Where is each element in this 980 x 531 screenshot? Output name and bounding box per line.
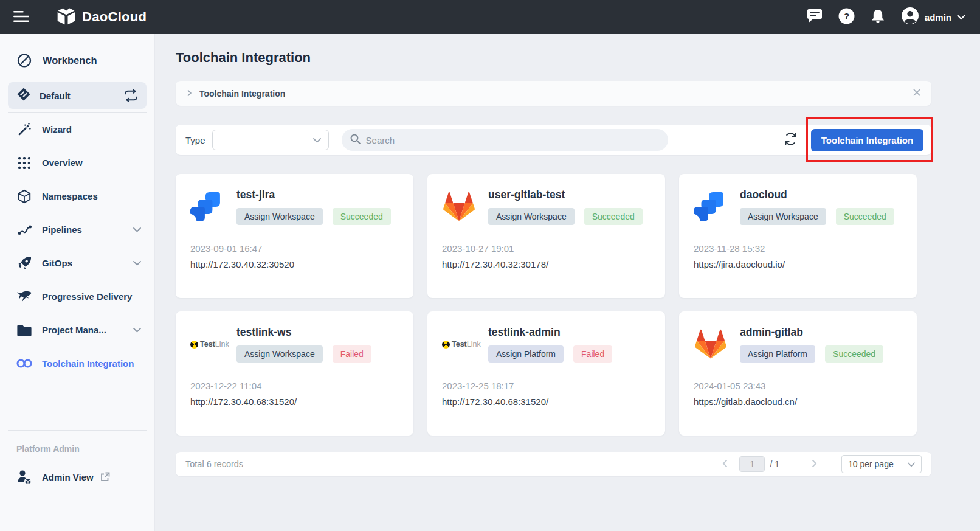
close-icon xyxy=(913,88,921,99)
user-menu[interactable]: admin xyxy=(901,7,965,27)
messages-button[interactable] xyxy=(807,9,823,26)
card-header: TestLink testlink-admin Assign Platform … xyxy=(442,326,650,363)
pager: / 1 10 per page xyxy=(719,455,922,473)
sidebar-item-gitops[interactable]: GitOps xyxy=(0,246,154,280)
message-icon xyxy=(807,9,823,26)
per-page-select[interactable]: 10 per page xyxy=(841,455,922,473)
gitlab-logo-icon xyxy=(694,328,733,360)
svg-text:?: ? xyxy=(844,11,849,21)
sidebar-item-namespaces[interactable]: Namespaces xyxy=(0,179,154,213)
scope-badge: Assign Workspace xyxy=(740,208,826,225)
sidebar-item-pipelines[interactable]: Pipelines xyxy=(0,213,154,246)
toolchain-card[interactable]: TestLink testlink-admin Assign Platform … xyxy=(427,311,665,436)
sidebar-item-label: Namespaces xyxy=(42,191,98,201)
brand-name: DaoCloud xyxy=(82,9,147,25)
switch-workspace-icon[interactable] xyxy=(124,89,138,102)
chevron-right-icon xyxy=(810,459,818,470)
type-select[interactable] xyxy=(212,130,329,150)
chevron-left-icon xyxy=(721,459,730,470)
page-total-label: / 1 xyxy=(770,459,779,469)
workspace-selector[interactable]: Default xyxy=(8,82,147,109)
platform-admin-section-label: Platform Admin xyxy=(0,431,154,454)
username-label: admin xyxy=(925,12,951,23)
pipeline-icon xyxy=(16,223,32,237)
scope-badge: Assign Platform xyxy=(488,345,564,363)
close-breadcrumb-button[interactable] xyxy=(913,88,921,99)
toolchain-card[interactable]: TestLink testlink-ws Assign Workspace Fa… xyxy=(176,311,413,436)
chevron-down-icon xyxy=(133,261,141,266)
page-number-input[interactable] xyxy=(739,456,765,472)
testlink-ball-icon xyxy=(442,341,450,349)
scope-badge: Assign Workspace xyxy=(236,345,323,363)
hamburger-icon xyxy=(13,10,29,24)
jira-logo-icon xyxy=(190,192,229,221)
card-url: http://172.30.40.32:30178/ xyxy=(442,259,650,269)
status-badge: Failed xyxy=(573,345,612,363)
toolchain-card[interactable]: test-jira Assign Workspace Succeeded 202… xyxy=(176,174,413,298)
chevron-right-icon xyxy=(186,88,193,99)
toolchain-integration-button[interactable]: Toolchain Integration xyxy=(811,129,923,151)
toolchain-card[interactable]: daocloud Assign Workspace Succeeded 2023… xyxy=(679,174,917,298)
bird-icon xyxy=(16,290,32,304)
daocloud-logo-icon xyxy=(56,6,77,28)
next-page-button[interactable] xyxy=(807,459,821,470)
card-url: https://jira.daocloud.io/ xyxy=(694,259,902,269)
chevron-down-icon xyxy=(908,459,915,470)
workbench-icon xyxy=(16,52,32,69)
sidebar-item-label: Overview xyxy=(42,158,83,168)
total-records-label: Total 6 records xyxy=(185,459,243,469)
search-input[interactable] xyxy=(366,135,660,145)
chevron-down-icon xyxy=(133,328,141,333)
avatar-icon xyxy=(901,7,919,27)
sidebar-item-label: Progressive Delivery xyxy=(42,291,132,302)
admin-view-label: Admin View xyxy=(42,472,94,482)
sidebar: Workbench Default Wizard xyxy=(0,34,155,531)
card-header: test-jira Assign Workspace Succeeded xyxy=(190,189,399,225)
bell-icon xyxy=(871,9,885,26)
card-title: user-gitlab-test xyxy=(488,189,643,201)
sidebar-item-label: Toolchain Integration xyxy=(42,358,134,369)
sidebar-item-admin-view[interactable]: Admin View xyxy=(0,454,154,484)
sidebar-item-project-management[interactable]: Project Mana... xyxy=(0,313,154,347)
grid-dots-icon xyxy=(16,156,32,170)
help-button[interactable]: ? xyxy=(838,8,855,26)
app-shell: Workbench Default Wizard xyxy=(0,34,980,531)
testlink-logo-text: Link xyxy=(215,340,229,349)
refresh-button[interactable] xyxy=(784,132,798,148)
card-header: user-gitlab-test Assign Workspace Succee… xyxy=(442,189,650,225)
card-url: http://172.30.40.68:31520/ xyxy=(190,397,399,407)
sidebar-item-label: Wizard xyxy=(42,124,72,134)
sidebar-item-label: GitOps xyxy=(42,258,72,268)
toolchain-card[interactable]: user-gitlab-test Assign Workspace Succee… xyxy=(427,174,665,298)
brand[interactable]: DaoCloud xyxy=(56,6,147,28)
per-page-value: 10 per page xyxy=(848,459,894,469)
card-date: 2023-10-27 19:01 xyxy=(442,243,650,254)
sidebar-item-toolchain-integration[interactable]: Toolchain Integration xyxy=(0,347,154,380)
testlink-logo-text: Test xyxy=(452,340,467,349)
search-box xyxy=(342,129,668,151)
jira-logo-icon xyxy=(694,192,733,221)
menu-toggle-button[interactable] xyxy=(13,10,29,24)
notifications-button[interactable] xyxy=(871,9,885,26)
cube-icon xyxy=(16,189,32,204)
card-badges: Assign Workspace Succeeded xyxy=(740,208,894,225)
card-title: daocloud xyxy=(740,189,894,201)
status-badge: Succeeded xyxy=(333,208,391,225)
sidebar-item-progressive-delivery[interactable]: Progressive Delivery xyxy=(0,280,154,313)
rocket-icon xyxy=(16,255,32,271)
breadcrumb-item[interactable]: Toolchain Integration xyxy=(199,89,285,99)
card-title: testlink-admin xyxy=(488,326,612,339)
magic-wand-icon xyxy=(16,122,32,137)
sidebar-nav: Wizard Overview Namespaces xyxy=(0,113,154,380)
sidebar-item-workbench[interactable]: Workbench xyxy=(0,46,154,75)
toolchain-card[interactable]: admin-gitlab Assign Platform Succeeded 2… xyxy=(679,311,917,436)
previous-page-button[interactable] xyxy=(719,459,732,470)
chevron-down-icon xyxy=(957,12,965,23)
card-badges: Assign Workspace Failed xyxy=(236,345,371,363)
sidebar-item-overview[interactable]: Overview xyxy=(0,146,154,179)
card-header: daocloud Assign Workspace Succeeded xyxy=(694,189,902,225)
sidebar-item-label: Pipelines xyxy=(42,224,82,235)
scope-badge: Assign Platform xyxy=(740,345,815,363)
sidebar-item-wizard[interactable]: Wizard xyxy=(0,113,154,146)
filter-toolbar: Type Toolchai xyxy=(176,125,931,155)
